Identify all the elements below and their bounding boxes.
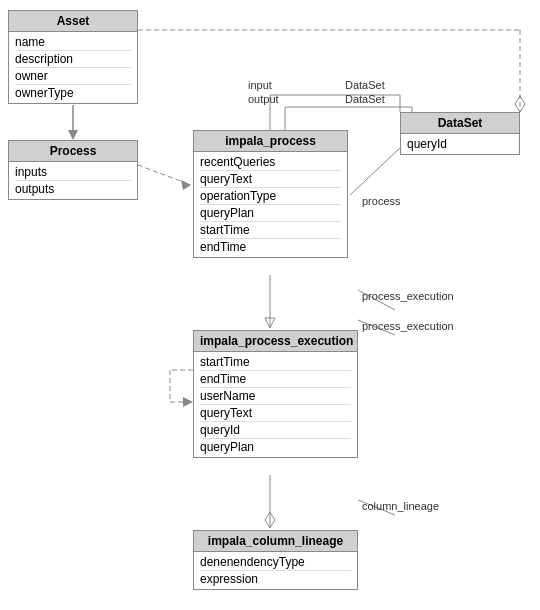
- asset-body: name description owner ownerType: [9, 32, 137, 103]
- ipe-field-username: userName: [200, 388, 351, 405]
- process-execution-2-label: process_execution: [362, 320, 454, 332]
- impala-column-lineage-entity: impala_column_lineage denenendencyType e…: [193, 530, 358, 590]
- impala-process-field-recentqueries: recentQueries: [200, 154, 341, 171]
- ipe-field-querytext: queryText: [200, 405, 351, 422]
- ipe-field-queryplan: queryPlan: [200, 439, 351, 455]
- process-header: Process: [9, 141, 137, 162]
- impala-process-header: impala_process: [194, 131, 347, 152]
- process-execution-1-label: process_execution: [362, 290, 454, 302]
- process-field-inputs: inputs: [15, 164, 131, 181]
- svg-marker-12: [265, 318, 275, 328]
- impala-process-field-queryplan: queryPlan: [200, 205, 341, 222]
- process-body: inputs outputs: [9, 162, 137, 199]
- impala-process-field-querytext: queryText: [200, 171, 341, 188]
- dataset-field-queryid: queryId: [407, 136, 513, 152]
- svg-line-13: [358, 290, 395, 310]
- svg-line-14: [358, 320, 395, 335]
- ipe-field-starttime: startTime: [200, 354, 351, 371]
- diagram-container: input output DataSet DataSet queryId pro…: [0, 0, 540, 610]
- svg-marker-18: [183, 397, 193, 407]
- svg-marker-1: [68, 130, 78, 140]
- asset-entity: Asset name description owner ownerType: [8, 10, 138, 104]
- output-label: output: [248, 93, 279, 105]
- svg-line-21: [358, 500, 395, 515]
- icl-field-dependencytype: denenendencyType: [200, 554, 351, 571]
- impala-process-execution-header: impala_process_execution: [194, 331, 357, 352]
- dataset-body: queryId: [401, 134, 519, 154]
- dataset-output-label: DataSet: [345, 93, 385, 105]
- asset-header: Asset: [9, 11, 137, 32]
- asset-field-name: name: [15, 34, 131, 51]
- svg-marker-24: [515, 96, 525, 112]
- asset-field-description: description: [15, 51, 131, 68]
- asset-field-ownertype: ownerType: [15, 85, 131, 101]
- impala-process-field-endtime: endTime: [200, 239, 341, 255]
- impala-process-body: recentQueries queryText operationType qu…: [194, 152, 347, 257]
- svg-marker-3: [181, 180, 191, 190]
- icl-field-expression: expression: [200, 571, 351, 587]
- impala-column-lineage-header: impala_column_lineage: [194, 531, 357, 552]
- input-label: input: [248, 79, 272, 91]
- process-entity: Process inputs outputs: [8, 140, 138, 200]
- process-label: process: [362, 195, 401, 207]
- impala-process-field-operationtype: operationType: [200, 188, 341, 205]
- ipe-field-queryid: queryId: [200, 422, 351, 439]
- dataset-header: DataSet: [401, 113, 519, 134]
- impala-process-execution-entity: impala_process_execution startTime endTi…: [193, 330, 358, 458]
- dataset-input-label: DataSet: [345, 79, 385, 91]
- impala-process-field-starttime: startTime: [200, 222, 341, 239]
- svg-marker-20: [265, 512, 275, 528]
- impala-process-execution-body: startTime endTime userName queryText que…: [194, 352, 357, 457]
- process-field-outputs: outputs: [15, 181, 131, 197]
- impala-process-entity: impala_process recentQueries queryText o…: [193, 130, 348, 258]
- impala-column-lineage-body: denenendencyType expression: [194, 552, 357, 589]
- ipe-field-endtime: endTime: [200, 371, 351, 388]
- dataset-entity: DataSet queryId: [400, 112, 520, 155]
- asset-field-owner: owner: [15, 68, 131, 85]
- svg-line-10: [350, 148, 400, 195]
- svg-line-2: [138, 165, 191, 185]
- column-lineage-label: column_lineage: [362, 500, 439, 512]
